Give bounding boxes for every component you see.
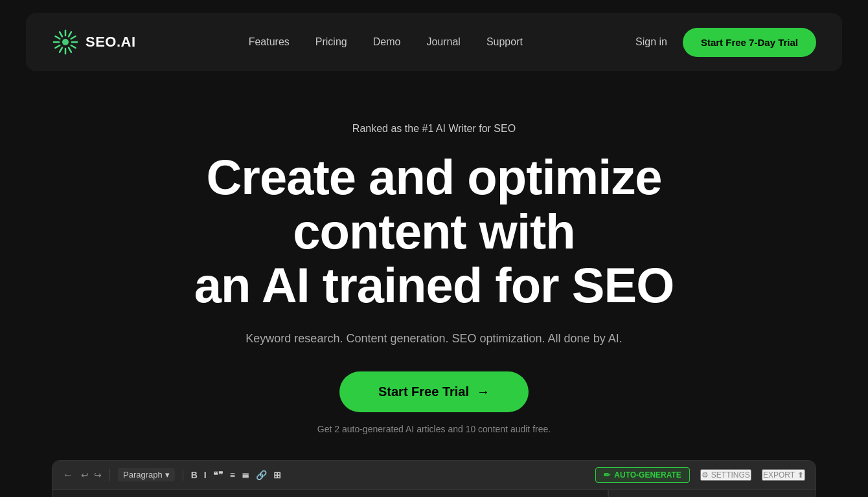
gear-icon: ⚙ bbox=[702, 470, 709, 480]
nav-features[interactable]: Features bbox=[249, 36, 290, 48]
toolbar-right: ✏ AUTO-GENERATE ⚙ SETTINGS EXPORT ⬆ bbox=[595, 467, 805, 483]
app-content: Title (H1): 58 characters: 100 german wi… bbox=[52, 490, 816, 497]
nav-pricing[interactable]: Pricing bbox=[315, 36, 347, 48]
nav-demo[interactable]: Demo bbox=[373, 36, 401, 48]
nav-journal[interactable]: Journal bbox=[426, 36, 460, 48]
app-sidebar: german wines 84 % Reach 77% to average c… bbox=[608, 490, 816, 497]
nav-right: Sign in Start Free 7-Day Trial bbox=[635, 28, 816, 57]
logo-icon bbox=[52, 28, 79, 56]
app-editor[interactable]: Title (H1): 58 characters: 100 bbox=[52, 490, 608, 497]
svg-line-10 bbox=[55, 36, 60, 39]
toolbar-nav: ↩ ↪ bbox=[81, 470, 102, 480]
settings-label: SETTINGS bbox=[711, 470, 750, 480]
quote-icon[interactable]: ❝❞ bbox=[213, 470, 223, 480]
hero-note: Get 2 auto-generated AI articles and 10 … bbox=[317, 424, 551, 434]
svg-line-8 bbox=[55, 45, 60, 48]
settings-button[interactable]: ⚙ SETTINGS bbox=[700, 469, 751, 481]
cta-arrow-icon: → bbox=[477, 384, 490, 399]
redo-icon[interactable]: ↪ bbox=[94, 470, 102, 480]
hero-cta-button[interactable]: Start Free Trial → bbox=[339, 371, 529, 412]
svg-line-4 bbox=[71, 45, 76, 48]
undo-icon[interactable]: ↩ bbox=[81, 470, 89, 480]
auto-gen-icon: ✏ bbox=[604, 470, 610, 480]
hero-badge: Ranked as the #1 AI Writer for SEO bbox=[352, 123, 516, 135]
export-button[interactable]: EXPORT ⬆ bbox=[762, 469, 805, 481]
sign-in-button[interactable]: Sign in bbox=[635, 36, 667, 48]
format-label: Paragraph bbox=[123, 470, 163, 480]
auto-gen-label: AUTO-GENERATE bbox=[614, 470, 681, 480]
svg-line-2 bbox=[71, 36, 76, 39]
svg-line-1 bbox=[69, 32, 71, 36]
svg-point-12 bbox=[62, 39, 69, 45]
toolbar-formatting-icons: B I ❝❞ ≡ ≣ 🔗 ⊞ bbox=[191, 470, 281, 480]
hero-section: Ranked as the #1 AI Writer for SEO Creat… bbox=[0, 84, 868, 497]
table-icon[interactable]: ⊞ bbox=[273, 470, 281, 480]
app-preview: ← ↩ ↪ Paragraph ▾ B I ❝❞ ≡ ≣ 🔗 ⊞ bbox=[52, 460, 816, 497]
export-label: EXPORT bbox=[763, 470, 795, 480]
hero-cta-label: Start Free Trial bbox=[378, 384, 469, 399]
back-icon[interactable]: ← bbox=[63, 469, 73, 481]
nav-cta-button[interactable]: Start Free 7-Day Trial bbox=[683, 28, 816, 57]
hero-title: Create and optimize content with an AI t… bbox=[143, 150, 725, 313]
navbar: SEO.AI Features Pricing Demo Journal Sup… bbox=[26, 13, 842, 71]
logo-text: SEO.AI bbox=[86, 34, 136, 50]
svg-line-7 bbox=[60, 48, 62, 52]
hero-subtitle: Keyword research. Content generation. SE… bbox=[246, 332, 622, 346]
logo-link[interactable]: SEO.AI bbox=[52, 28, 136, 56]
svg-line-11 bbox=[60, 32, 62, 36]
svg-line-5 bbox=[69, 48, 71, 52]
nav-links: Features Pricing Demo Journal Support bbox=[249, 36, 523, 48]
auto-generate-button[interactable]: ✏ AUTO-GENERATE bbox=[595, 467, 690, 483]
link-icon[interactable]: 🔗 bbox=[256, 470, 267, 480]
nav-support[interactable]: Support bbox=[486, 36, 523, 48]
toolbar-separator bbox=[109, 469, 110, 481]
dropdown-chevron-icon: ▾ bbox=[165, 470, 170, 480]
toolbar-separator-2 bbox=[183, 469, 183, 481]
bold-icon[interactable]: B bbox=[191, 470, 198, 480]
ol-icon[interactable]: ≣ bbox=[242, 470, 249, 480]
app-toolbar: ← ↩ ↪ Paragraph ▾ B I ❝❞ ≡ ≣ 🔗 ⊞ bbox=[52, 461, 816, 490]
ul-icon[interactable]: ≡ bbox=[230, 470, 235, 480]
format-dropdown[interactable]: Paragraph ▾ bbox=[118, 468, 175, 481]
export-icon: ⬆ bbox=[797, 470, 804, 480]
italic-icon[interactable]: I bbox=[204, 470, 207, 480]
